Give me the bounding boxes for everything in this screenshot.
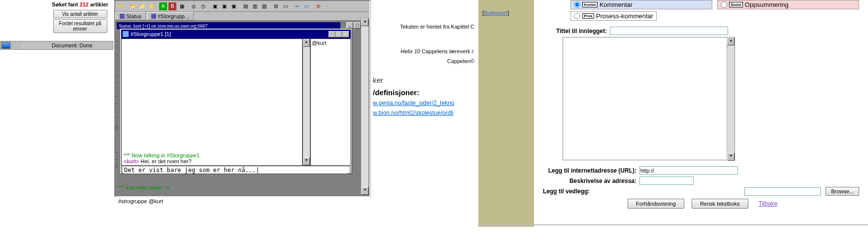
globe-icon <box>1 42 10 49</box>
reset-button[interactable]: Rensk tekstboks <box>692 199 748 209</box>
browse-button[interactable]: Browse... <box>826 187 859 196</box>
win4-icon[interactable]: ▤ <box>241 2 250 11</box>
channel-icon <box>123 31 129 37</box>
tool-a-icon[interactable]: A <box>159 2 167 11</box>
desc-input[interactable] <box>639 177 694 185</box>
msg-greeting: <kurt> Hei, er det noen her? <box>124 158 300 164</box>
win2-icon[interactable]: ▣ <box>220 2 229 11</box>
radio-kommentar[interactable]: KommKommentar <box>570 0 712 9</box>
bottom-rule <box>478 224 868 225</box>
favorites-icon[interactable]: ⭐ <box>147 2 156 11</box>
tool-b-icon[interactable]: B <box>168 2 177 11</box>
radio-prosess[interactable]: ProsProsess-kommentar <box>570 11 657 21</box>
stop-icon[interactable]: ⊘ <box>314 2 323 11</box>
content-header: /definisjoner: <box>373 88 474 97</box>
radio-row-2: ProsProsess-kommentar <box>570 11 859 21</box>
person-icon[interactable]: ♀ <box>323 2 332 11</box>
preview-button[interactable]: Forhåndsvisning <box>628 199 684 209</box>
cascade-icon[interactable]: ▭ <box>281 2 290 11</box>
channel-tab-icon <box>151 14 156 19</box>
connect-icon[interactable]: ⚡ <box>116 2 125 11</box>
maximize-icon[interactable]: □ <box>354 22 361 29</box>
gutter-markers: ––––––––––––– E ––L <box>115 31 120 170</box>
hline-icon[interactable]: ═ <box>293 2 301 11</box>
scroll-up-icon[interactable]: ▴ <box>303 39 310 47</box>
page-scrollbar[interactable]: ▴ ▾ <box>361 18 369 195</box>
olive-sidebar: [Bugreport] <box>478 0 534 227</box>
channel-input[interactable] <box>124 167 348 174</box>
radio-oppsummering-input[interactable] <box>721 1 727 8</box>
channel-title-text: #Storgruppe1 [1] <box>131 31 171 37</box>
bottom-line: #strogruppe @kurt <box>118 198 169 205</box>
msg-scrollbar[interactable]: ▴ ▾ <box>302 38 310 166</box>
chan-minimize-icon[interactable]: _ <box>329 31 335 37</box>
options-icon[interactable]: 📂 <box>128 2 137 11</box>
status-msg-lines: *** kurt sets mode: +i #strogruppe @kurt <box>118 178 169 205</box>
box-icon[interactable]: ▭ <box>302 2 311 11</box>
radio-row-1: KommKommentar SumxOppsummering <box>570 0 859 9</box>
content-pane: Teksten er hentet fra Kapittel C Helix 1… <box>370 0 476 197</box>
channel-titlebar[interactable]: #Storgruppe1 [1] _ □ × <box>121 30 351 38</box>
bugreport-link[interactable]: Bugreport <box>484 10 507 16</box>
attach-label: Legg til vedlegg: <box>543 188 595 195</box>
scroll-down-icon[interactable]: ▾ <box>303 157 310 165</box>
result-count: 212 <box>80 1 89 7</box>
body-scroll-up-icon[interactable]: ▴ <box>727 37 734 45</box>
radio-kommentar-input[interactable] <box>574 1 580 8</box>
mirc-toolbar: ⚡ 📂 📁 ⭐ A B ▦ ◎ ◷ ▣ ▣ ▣ ▤ ▥ ▧ ⊞ ▭ ═ ▭ ⊘ … <box>115 1 369 12</box>
target-icon[interactable]: ◎ <box>189 2 198 11</box>
content-link-2[interactable]: w.bion.no/html2/skolestue/ordli <box>373 109 474 116</box>
post-form: KommKommentar SumxOppsummering ProsProse… <box>534 0 868 227</box>
page-scroll-down-icon[interactable]: ▾ <box>361 187 368 195</box>
win5-icon[interactable]: ▥ <box>250 2 259 11</box>
split-by-topic-button[interactable]: Fordel resultatet på emner <box>53 19 107 33</box>
nick-item[interactable]: @kurt <box>312 40 349 46</box>
tab-channel[interactable]: #Storgrupp... <box>147 12 194 20</box>
desc-label: Beskrivelse av adressa: <box>543 178 636 184</box>
win3-icon[interactable]: ▣ <box>229 2 238 11</box>
source-line2: Helix 10 Cappelens læreverk i: <box>373 48 474 54</box>
search-panel: Søket fant 212 artikler Vis antall artik… <box>49 0 111 34</box>
browser-statusbar: Document: Done <box>0 41 113 50</box>
content-link-1[interactable]: w.genia.no/faste_sider/2_tekno <box>373 100 474 107</box>
body-textarea[interactable]: ▴ ▾ <box>563 37 735 160</box>
search-result-title: Søket fant 212 artikler <box>49 0 111 9</box>
back-link[interactable]: Tilbake <box>759 200 777 207</box>
tile-icon[interactable]: ⊞ <box>271 2 280 11</box>
url-field: Legg til internettadresse (URL): <box>543 166 859 175</box>
title-input[interactable] <box>610 27 728 35</box>
chan-close-icon[interactable]: × <box>342 31 349 37</box>
folder-icon[interactable]: 📁 <box>137 2 146 11</box>
radio-prosess-input[interactable] <box>574 13 580 19</box>
status-window-title: Status: kurt [+i] on zion.mn.us.xnet.org… <box>117 22 340 29</box>
mirc-tabs: Status #Storgrupp... <box>115 12 369 21</box>
source-line1: Teksten er hentet fra Kapittel C <box>373 24 474 30</box>
radio-oppsummering[interactable]: SumxOppsummering <box>717 0 859 9</box>
win6-icon[interactable]: ▧ <box>260 2 268 11</box>
chan-maximize-icon[interactable]: □ <box>335 31 342 37</box>
mode-line: *** kurt sets mode: +i <box>118 184 169 191</box>
tab-status[interactable]: Status <box>115 12 146 20</box>
title-field: Tittel til innlegget: <box>543 27 859 35</box>
list-icon[interactable]: ▦ <box>177 2 186 11</box>
attach-field: Legg til vedlegg: Browse... <box>543 187 859 196</box>
copyright: Cappelen© <box>373 58 474 64</box>
page-scroll-up-icon[interactable]: ▴ <box>361 18 368 26</box>
channel-window[interactable]: #Storgruppe1 [1] _ □ × *** Now talking i… <box>120 29 352 174</box>
url-label: Legg til internettadresse (URL): <box>543 167 636 174</box>
status-tab-icon <box>120 14 125 19</box>
body-scrollbar[interactable]: ▴ ▾ <box>727 37 734 160</box>
minimize-icon[interactable]: _ <box>346 22 353 29</box>
clock-icon[interactable]: ◷ <box>199 2 207 11</box>
channel-messages: *** Now talking in #Storgruppe1 <kurt> H… <box>121 38 302 166</box>
url-input[interactable] <box>639 166 738 175</box>
body-scroll-down-icon[interactable]: ▾ <box>727 153 734 161</box>
win1-icon[interactable]: ▣ <box>210 2 219 11</box>
nick-list[interactable]: @kurt <box>310 38 351 166</box>
content-sub: ker <box>373 76 474 84</box>
grip-icon <box>11 42 22 49</box>
channel-input-wrap <box>122 166 350 174</box>
msg-now-talking: *** Now talking in #Storgruppe1 <box>124 152 300 158</box>
show-count-button[interactable]: Vis antall artikler <box>53 10 107 18</box>
attach-input[interactable] <box>744 187 821 196</box>
